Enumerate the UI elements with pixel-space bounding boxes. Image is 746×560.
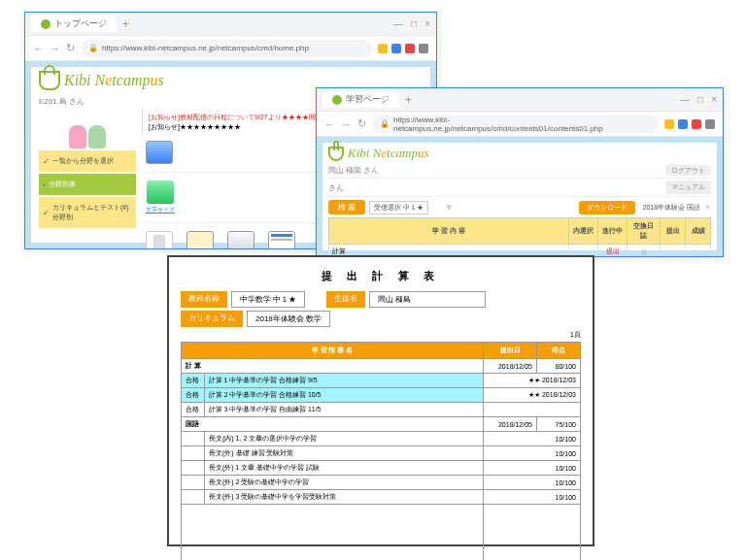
ext-icon[interactable] (678, 119, 688, 129)
th-score: 成績 (686, 218, 711, 245)
window-controls: — □ × (393, 18, 430, 29)
trash-app[interactable] (146, 231, 173, 248)
study-app[interactable]: 文字サイズ (146, 181, 175, 214)
sidebar-item-subject[interactable]: › 分野別表 (39, 174, 136, 195)
subject-select[interactable]: 受信選択 中１★ (369, 201, 428, 214)
ext-icon[interactable] (692, 119, 701, 129)
url-input[interactable]: 🔒 https://www.kibi-netcampus.ne.jp/netca… (81, 40, 372, 57)
curriculum-value: 2018年体験会 数学 (247, 311, 330, 327)
ext-icon-3[interactable] (405, 44, 415, 53)
sidebar-item-select[interactable]: ✓ 一覧から分野を選択 (39, 150, 136, 172)
url-input-2[interactable]: 🔒 https://www.kibi-netcampus.ne.jp/netca… (372, 115, 659, 133)
doc-title: 提 出 計 算 表 (181, 269, 581, 283)
new-tab-button[interactable]: + (405, 93, 412, 107)
student-value: 岡山 種島 (369, 291, 486, 308)
tab-title: トップページ (54, 17, 107, 30)
blank-area (182, 505, 484, 561)
ext-icon-4[interactable] (419, 44, 428, 53)
manual-button[interactable]: マニュアル (665, 181, 711, 194)
doc-th-name: 学 習 指 導 名 (182, 343, 484, 359)
character-area (39, 110, 136, 148)
reload-icon[interactable]: ↻ (66, 42, 75, 54)
addressbar-1: ← → ↻ 🔒 https://www.kibi-netcampus.ne.jp… (25, 36, 436, 61)
logo-text-2: Kibi Netcampus (348, 146, 428, 161)
item-name: 長文(外) 3 受験の基礎中学を学習受験対策 (205, 490, 484, 505)
back-icon[interactable]: ← (324, 118, 335, 130)
report-icon (268, 231, 295, 248)
lock-icon: 🔒 (380, 119, 390, 128)
th-progress: 進行中 (598, 218, 627, 245)
arrow-icon: › (43, 181, 46, 189)
curriculum-label: カリキュラム (181, 311, 243, 327)
side-label-1: 一覧から分野を選択 (52, 156, 114, 166)
tab-title-2: 学習ページ (346, 93, 390, 106)
minimize-icon[interactable]: — (680, 94, 690, 105)
user-name: E281 島 さん (39, 96, 85, 107)
printer-icon (227, 231, 254, 248)
monitor-app[interactable] (146, 141, 173, 164)
maximize-icon[interactable]: □ (411, 18, 417, 29)
search-tab[interactable]: 検 索 (328, 200, 365, 214)
logo-bag-icon (39, 71, 60, 90)
report-app[interactable]: 成績表 (268, 231, 295, 248)
url-text: https://www.kibi-netcampus.ne.jp/netcamp… (102, 44, 309, 52)
student-label: 生徒名 (326, 291, 365, 308)
user-name-2: 岡山 種園 さん (328, 165, 379, 176)
doc-table: 学 習 指 導 名 提出日 得点 計 算 2018/12/05 80/100 合… (181, 342, 581, 560)
logo-text: Kibi Netcampus (64, 72, 164, 89)
download-button[interactable]: ダウンロード (579, 201, 635, 214)
filter-row: 検 索 受信選択 中１★ ▼ ダウンロード 2018年体験会 国語 ▼ (328, 200, 711, 214)
user-sub: さん (328, 182, 344, 193)
switch-icon (186, 231, 214, 248)
url-text-2: https://www.kibi-netcampus.ne.jp/netcamp… (393, 115, 651, 133)
extension-icons (378, 44, 428, 53)
date-cell: 2018/12/05 (484, 359, 537, 374)
score-cell: 75/100 (537, 417, 581, 432)
logout-button-2[interactable]: ログアウト (665, 165, 711, 176)
th-select: 内選択 (569, 218, 598, 245)
ext-icon-2[interactable] (391, 44, 401, 53)
ext-icon-1[interactable] (378, 44, 388, 53)
curriculum-text: 2018年体験会 国語 (643, 203, 701, 213)
character-green-icon (88, 125, 106, 148)
item-name: 長文(内) 1, 2 文章の選択中学の学習 (205, 432, 484, 446)
switch-app[interactable]: 切り替 (186, 231, 214, 248)
date-cell: 2018/12/05 (484, 417, 537, 432)
maximize-icon[interactable]: □ (697, 94, 703, 105)
side-label-3: カリキュラムとテスト(#)分野別 (52, 203, 132, 222)
journal-cell[interactable]: ⎙ (627, 245, 661, 257)
subject-label: 教科名称 (181, 291, 227, 308)
reload-icon[interactable]: ↻ (357, 117, 366, 130)
score-app[interactable]: 成績 (227, 231, 254, 248)
content-2: Kibi Netcampus 岡山 種園 さん ログアウト さん マニュアル 検… (317, 137, 723, 256)
subject-row: 計 算 (182, 359, 484, 374)
item-name: 長文(外) 基礎 練習 受験対策 (205, 446, 484, 461)
close-icon[interactable]: × (424, 18, 430, 29)
check-icon: ✓ (43, 157, 50, 166)
item-name: 長文(外) 1 文章 基礎中学の学習 試験 (205, 461, 484, 476)
study-icon (147, 181, 174, 204)
logo-bag-icon (328, 147, 344, 161)
new-tab-button[interactable]: + (122, 17, 129, 31)
forward-icon[interactable]: → (341, 118, 352, 130)
back-icon[interactable]: ← (33, 43, 44, 54)
minimize-icon[interactable]: — (393, 18, 403, 29)
item-name: 長文(外) 2 受験の基礎中学の学習 (205, 476, 484, 490)
favicon-icon (332, 95, 342, 105)
subject-value: 中学数学 中１★ (231, 291, 305, 308)
tab-1[interactable]: トップページ (31, 16, 117, 32)
close-icon[interactable]: × (711, 94, 717, 105)
lock-icon: 🔒 (88, 44, 98, 52)
content-table: 学 習 内 容 内選択 進行中 交換日誌 提出 成績 計算 提出 ⎙ 国語 (328, 217, 711, 256)
item-name: 計算１中学基準の学習 合格練習 9/5 (205, 374, 484, 388)
th-submit: 提出 (661, 218, 686, 245)
ext-icon[interactable] (705, 119, 715, 129)
character-pink-icon (69, 125, 86, 148)
ext-icon[interactable] (664, 119, 674, 129)
favicon-icon (41, 19, 51, 29)
forward-icon[interactable]: → (50, 43, 60, 54)
item-name: 計算３中学基準の学習 自由練習 11/5 (205, 403, 484, 417)
sidebar-item-curriculum[interactable]: ✓ カリキュラムとテスト(#)分野別 (39, 197, 136, 228)
tab-2[interactable]: 学習ページ (322, 91, 399, 108)
status-cell[interactable]: 提出 (598, 245, 627, 257)
